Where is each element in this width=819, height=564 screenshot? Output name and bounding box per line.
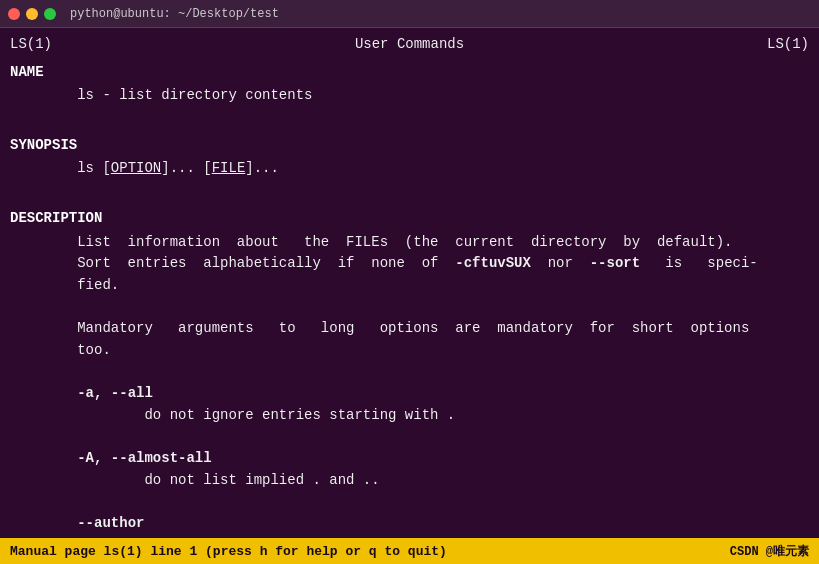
- header-right: LS(1): [767, 34, 809, 56]
- close-btn[interactable]: [8, 8, 20, 20]
- terminal-body: LS(1) User Commands LS(1) NAME ls - list…: [0, 28, 819, 538]
- header-left: LS(1): [10, 34, 52, 56]
- window-title: python@ubuntu: ~/Desktop/test: [70, 7, 279, 21]
- section-name: NAME: [10, 62, 809, 84]
- desc-author-flag: --author: [10, 513, 809, 535]
- synopsis-content: ls [OPTION]... [FILE]...: [10, 158, 809, 180]
- description-name: DESCRIPTION: [10, 208, 809, 230]
- minimize-btn[interactable]: [26, 8, 38, 20]
- name-content: ls - list directory contents: [10, 85, 809, 107]
- desc-all-desc: do not ignore entries starting with .: [10, 405, 809, 427]
- status-text: Manual page ls(1) line 1 (press h for he…: [10, 544, 447, 559]
- desc-all-flag: -a, --all: [10, 383, 809, 405]
- status-bar: Manual page ls(1) line 1 (press h for he…: [0, 538, 819, 564]
- synopsis-name: SYNOPSIS: [10, 135, 809, 157]
- desc-mandatory1: Mandatory arguments to long options are …: [10, 318, 809, 340]
- man-header: LS(1) User Commands LS(1): [10, 34, 809, 56]
- desc-almost-all-desc: do not list implied . and ..: [10, 470, 809, 492]
- desc-almost-all-flag: -A, --almost-all: [10, 448, 809, 470]
- watermark: CSDN @唯元素: [730, 543, 809, 560]
- desc-line1: List information about the FILEs (the cu…: [10, 232, 809, 254]
- header-center: User Commands: [355, 34, 464, 56]
- title-bar: python@ubuntu: ~/Desktop/test: [0, 0, 819, 28]
- desc-line2: Sort entries alphabetically if none of -…: [10, 253, 809, 275]
- desc-line3: fied.: [10, 275, 809, 297]
- maximize-btn[interactable]: [44, 8, 56, 20]
- desc-mandatory2: too.: [10, 340, 809, 362]
